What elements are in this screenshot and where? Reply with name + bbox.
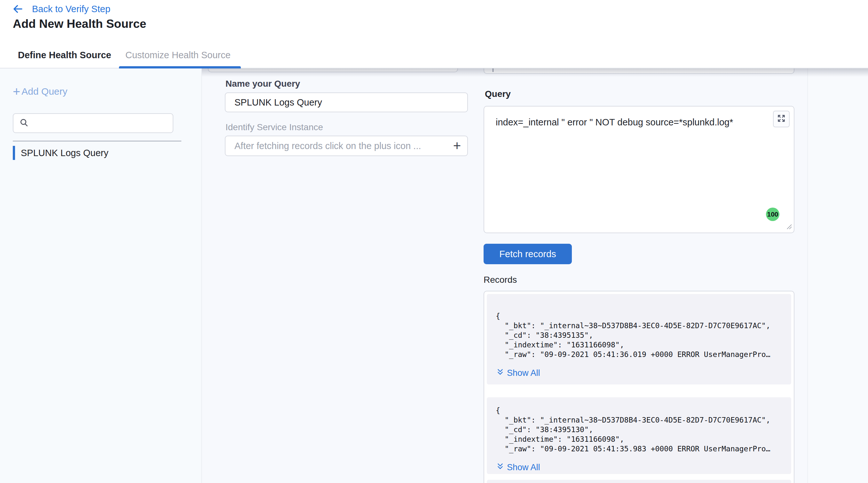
- search-icon: [19, 118, 29, 129]
- name-your-query-label: Name your Query: [225, 79, 300, 89]
- record-card-3-partial: [487, 480, 791, 483]
- arrow-left-icon: [12, 3, 24, 15]
- double-chevron-down-icon: [496, 368, 504, 378]
- record-card-2: { "_bkt": "_internal~38~D537D8B4-3EC0-4D…: [487, 397, 791, 474]
- double-chevron-down-icon: [496, 462, 504, 473]
- records-container: { "_bkt": "_internal~38~D537D8B4-3EC0-4D…: [484, 291, 795, 483]
- active-tab-underline: [119, 66, 241, 68]
- add-query-label: Add Query: [22, 86, 67, 97]
- records-count-badge: 100: [766, 208, 779, 221]
- identify-service-instance-label: Identify Service Instance: [225, 122, 323, 132]
- right-side-panel: [808, 68, 868, 483]
- cutoff-field-right[interactable]: [484, 68, 795, 74]
- back-to-verify-step-link[interactable]: Back to Verify Step: [12, 3, 110, 15]
- fetch-records-button[interactable]: Fetch records: [484, 244, 572, 264]
- query-search-box: [13, 113, 173, 133]
- tab-bar: Define Health Source Customize Health So…: [0, 41, 868, 68]
- sidebar-divider: [13, 141, 181, 141]
- cutoff-field-middle[interactable]: [208, 68, 458, 72]
- add-query-button[interactable]: + Add Query: [13, 85, 67, 98]
- search-input[interactable]: [33, 118, 162, 129]
- expand-query-button[interactable]: [773, 111, 789, 127]
- query-editor: index=_internal " error " NOT debug sour…: [484, 106, 795, 233]
- selected-indicator: [13, 146, 15, 160]
- page-title: Add New Health Source: [13, 17, 146, 31]
- records-label: Records: [484, 275, 517, 285]
- back-link-label: Back to Verify Step: [32, 4, 110, 14]
- service-instance-input[interactable]: [225, 141, 447, 151]
- query-item-label: SPLUNK Logs Query: [21, 148, 108, 158]
- record-card-1: { "_bkt": "_internal~38~D537D8B4-3EC0-4D…: [487, 294, 791, 385]
- service-instance-add-button[interactable]: +: [447, 136, 467, 155]
- show-all-label: Show All: [507, 462, 540, 473]
- query-sidebar: + Add Query SPLUNK Logs Query: [0, 68, 202, 483]
- tab-define-health-source[interactable]: Define Health Source: [18, 41, 111, 68]
- record-json: { "_bkt": "_internal~38~D537D8B4-3EC0-4D…: [487, 294, 791, 359]
- plus-icon: +: [13, 85, 20, 98]
- expand-arrows-icon: [777, 114, 786, 124]
- sidebar-item-splunk-logs-query[interactable]: SPLUNK Logs Query: [13, 146, 108, 160]
- show-all-label: Show All: [507, 368, 540, 378]
- textarea-resize-handle[interactable]: [785, 223, 793, 231]
- cutoff-text-fragment: [493, 68, 494, 72]
- record-json: { "_bkt": "_internal~38~D537D8B4-3EC0-4D…: [487, 397, 791, 454]
- add-health-source-screen: Back to Verify Step Add New Health Sourc…: [0, 0, 868, 483]
- content-area: + Add Query SPLUNK Logs Query: [0, 68, 868, 483]
- show-all-link[interactable]: Show All: [496, 462, 791, 473]
- service-instance-field: +: [225, 135, 468, 156]
- show-all-link[interactable]: Show All: [496, 368, 791, 378]
- query-textarea[interactable]: index=_internal " error " NOT debug sour…: [496, 116, 762, 128]
- page-header: Back to Verify Step Add New Health Sourc…: [0, 0, 868, 41]
- tab-customize-health-source[interactable]: Customize Health Source: [125, 41, 230, 68]
- query-name-input[interactable]: [225, 92, 468, 112]
- query-label: Query: [485, 89, 511, 99]
